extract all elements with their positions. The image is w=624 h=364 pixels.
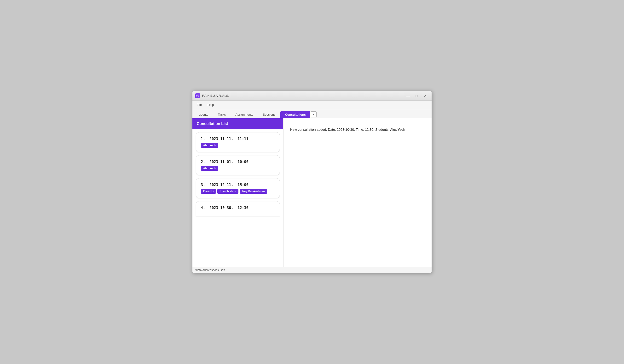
title-bar-left: FJ F.A.K.E.J.A.R.V.I.S. (195, 93, 229, 98)
menu-file[interactable]: File (194, 102, 204, 108)
maximize-button[interactable]: □ (413, 93, 420, 98)
minimize-button[interactable]: — (405, 93, 412, 98)
card-3-title: 3. 2023-12-11, 15:00 (201, 183, 275, 187)
status-path: \data\addressbook.json (195, 268, 225, 272)
detail-divider (290, 123, 425, 123)
main-content: Consultation List 1. 2023-11-11, 11:11 A… (192, 118, 432, 267)
close-button[interactable]: ✕ (422, 93, 429, 98)
app-icon-text: FJ (196, 94, 199, 97)
card-4-title: 4. 2023-10-30, 12:30 (201, 206, 275, 210)
consultation-card-3[interactable]: 3. 2023-12-11, 15:00 David Li Irfan Ibra… (196, 178, 280, 198)
tab-assignments[interactable]: Assignments (231, 111, 258, 118)
tab-tasks[interactable]: Tasks (213, 111, 230, 118)
detail-panel: New consultation added: Date: 2023-10-30… (284, 118, 432, 267)
tag-alex-yeoh-1: Alex Yeoh (201, 143, 218, 148)
sidebar: Consultation List 1. 2023-11-11, 11:11 A… (192, 118, 284, 267)
menu-bar: File Help (192, 100, 432, 109)
card-3-tags: David Li Irfan Ibrahim Roy Balakrishnan (201, 189, 275, 194)
tag-alex-yeoh-2: Alex Yeoh (201, 166, 218, 171)
menu-help[interactable]: Help (205, 102, 216, 108)
consultation-card-4[interactable]: 4. 2023-10-30, 12:30 (196, 201, 280, 216)
tag-david-li: David Li (201, 189, 216, 194)
title-bar: FJ F.A.K.E.J.A.R.V.I.S. — □ ✕ (192, 91, 432, 100)
app-window: FJ F.A.K.E.J.A.R.V.I.S. — □ ✕ File Help … (192, 91, 432, 273)
consultation-card-1[interactable]: 1. 2023-11-11, 11:11 Alex Yeoh (196, 132, 280, 152)
status-bar: \data\addressbook.json (192, 267, 432, 273)
tag-roy-balakrishnan: Roy Balakrishnan (240, 189, 267, 194)
window-title: F.A.K.E.J.A.R.V.I.S. (202, 94, 229, 97)
consultation-list: 1. 2023-11-11, 11:11 Alex Yeoh 2. 2023-1… (192, 129, 283, 267)
title-controls: — □ ✕ (405, 93, 429, 98)
tag-irfan-ibrahim: Irfan Ibrahim (217, 189, 238, 194)
tab-sessions[interactable]: Sessions (258, 111, 280, 118)
sidebar-header: Consultation List (192, 118, 283, 129)
tab-consultations[interactable]: Consultations (280, 111, 310, 118)
tab-bar: udents Tasks Assignments Sessions Consul… (192, 109, 432, 118)
detail-message: New consultation added: Date: 2023-10-30… (290, 127, 425, 132)
tab-overflow-button[interactable]: ▾ (311, 111, 316, 117)
card-1-tags: Alex Yeoh (201, 143, 275, 148)
tab-students[interactable]: udents (194, 111, 213, 118)
card-1-title: 1. 2023-11-11, 11:11 (201, 137, 275, 141)
app-icon: FJ (195, 93, 200, 98)
card-2-title: 2. 2023-11-01, 10:00 (201, 160, 275, 164)
consultation-card-2[interactable]: 2. 2023-11-01, 10:00 Alex Yeoh (196, 155, 280, 175)
card-2-tags: Alex Yeoh (201, 166, 275, 171)
